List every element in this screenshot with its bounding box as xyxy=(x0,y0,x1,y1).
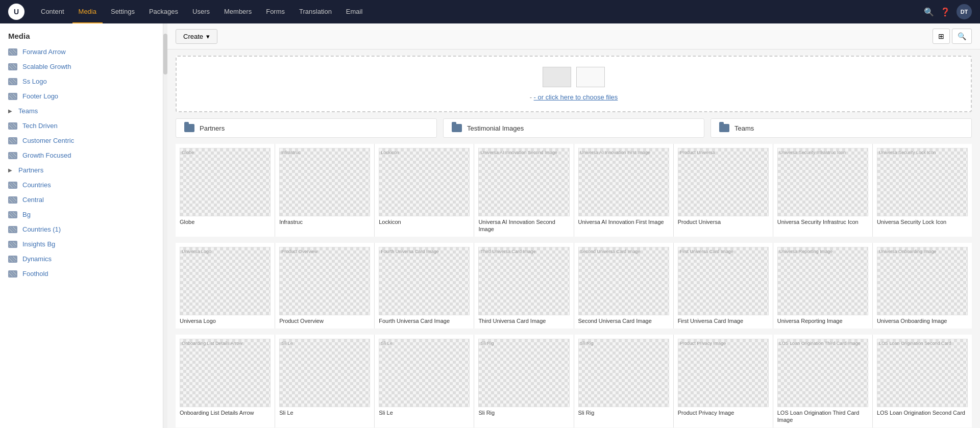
media-item[interactable]: Sli Rig Sli Rig xyxy=(574,335,673,427)
media-thumb-label: Sli Le xyxy=(381,341,393,346)
help-icon[interactable]: ❓ xyxy=(940,7,950,17)
media-item-label: Third Universa Card Image xyxy=(478,317,546,324)
media-thumb-label: Infrastruc xyxy=(281,150,301,155)
media-item-label: Universa Security Infrastruc Icon xyxy=(777,218,859,225)
media-thumbnail: LOS Loan Origination Second Card xyxy=(877,339,968,407)
search-button[interactable]: 🔍 xyxy=(952,29,972,44)
image-icon xyxy=(8,226,17,233)
folder-label: Partners xyxy=(200,124,225,132)
grid-view-button[interactable]: ⊞ xyxy=(933,29,950,44)
media-item[interactable]: Second Universa Card Image Second Univer… xyxy=(574,243,673,329)
media-thumb-label: Product Universa xyxy=(680,150,715,155)
upload-area[interactable]: - - or click here to choose files xyxy=(176,56,972,112)
folder-card-testimonial-images[interactable]: Testimonial Images xyxy=(443,118,704,138)
sidebar-item-label: Growth Focused xyxy=(22,152,71,159)
app-body: Media Forward Arrow Scalable Growth Ss L… xyxy=(0,23,980,428)
nav-item-translation[interactable]: Translation xyxy=(293,0,338,23)
main-toolbar: Create ▾ ⊞ 🔍 xyxy=(167,23,980,49)
nav-item-content[interactable]: Content xyxy=(35,0,70,23)
sidebar-item-growth-focused[interactable]: Growth Focused xyxy=(0,148,163,163)
sidebar-item-label: Bg xyxy=(22,211,31,218)
sidebar: Media Forward Arrow Scalable Growth Ss L… xyxy=(0,23,163,428)
media-item-label: Universa Onboarding Image xyxy=(877,317,947,324)
media-item-label: Infrastruc xyxy=(279,218,303,225)
media-thumb-label: Sli Le xyxy=(281,341,293,346)
sidebar-item-forward-arrow[interactable]: Forward Arrow xyxy=(0,44,163,59)
sidebar-item-countries-1-[interactable]: Countries (1) xyxy=(0,222,163,237)
media-item[interactable]: Fourth Universa Card Image Fourth Univer… xyxy=(375,243,474,329)
sidebar-item-label: Insights Bg xyxy=(22,240,55,248)
sidebar-item-ss-logo[interactable]: Ss Logo xyxy=(0,74,163,89)
media-item[interactable]: Product Universa Product Universa xyxy=(674,144,773,237)
media-item[interactable]: First Universa Card Image First Universa… xyxy=(674,243,773,329)
sidebar-item-bg[interactable]: Bg xyxy=(0,207,163,222)
media-thumb-label: Product Privacy Image xyxy=(680,341,726,346)
media-thumb-label: Fourth Universa Card Image xyxy=(381,249,439,254)
user-avatar[interactable]: DT xyxy=(957,4,972,19)
media-item[interactable]: Universa Security Lock Icon Universa Sec… xyxy=(873,144,972,237)
image-icon xyxy=(8,48,17,56)
scroll-thumb[interactable] xyxy=(163,34,167,74)
search-icon[interactable]: 🔍 xyxy=(924,7,934,17)
media-thumb-label: Sli Rig xyxy=(580,341,594,346)
media-thumb-label: Universa AI Innovation Second Image xyxy=(480,150,557,155)
upload-text[interactable]: - - or click here to choose files xyxy=(530,93,618,101)
scrollbar[interactable] xyxy=(163,23,167,428)
sidebar-item-scalable-growth[interactable]: Scalable Growth xyxy=(0,59,163,74)
media-item-label: Fourth Universa Card Image xyxy=(379,317,450,324)
media-item[interactable]: Universa Onboarding Image Universa Onboa… xyxy=(873,243,972,329)
media-item[interactable]: Onboarding List Details Arrow Onboarding… xyxy=(176,335,275,427)
sidebar-folder-teams[interactable]: ▶ Teams xyxy=(0,104,163,118)
media-item[interactable]: Globe Globe xyxy=(176,144,275,237)
folder-icon xyxy=(719,124,729,132)
upload-link[interactable]: - or click here to choose files xyxy=(534,93,618,101)
media-item[interactable]: Universa AI Innovation First Image Unive… xyxy=(574,144,673,237)
media-item[interactable]: Sli Le Sli Le xyxy=(375,335,474,427)
nav-item-members[interactable]: Members xyxy=(218,0,258,23)
media-item[interactable]: Universa Security Infrastruc Icon Univer… xyxy=(773,144,872,237)
folder-card-teams[interactable]: Teams xyxy=(710,118,972,138)
media-item[interactable]: Sli Rig Sli Rig xyxy=(474,335,573,427)
create-button[interactable]: Create ▾ xyxy=(176,29,217,44)
sidebar-item-label: Central xyxy=(22,196,44,204)
media-thumbnail: Universa Onboarding Image xyxy=(877,247,968,315)
media-item[interactable]: Product Overview Product Overview xyxy=(275,243,374,329)
media-item[interactable]: Universa AI Innovation Second Image Univ… xyxy=(474,144,573,237)
app-logo[interactable]: U xyxy=(8,4,24,20)
top-nav: U ContentMediaSettingsPackagesUsersMembe… xyxy=(0,0,980,23)
media-grid-row1: Globe Globe Infrastruc Infrastruc Lockic… xyxy=(176,144,972,237)
sidebar-item-insights-bg[interactable]: Insights Bg xyxy=(0,237,163,251)
sidebar-item-customer-centric[interactable]: Customer Centric xyxy=(0,133,163,148)
image-icon xyxy=(8,152,17,159)
media-item-label: Product Privacy Image xyxy=(678,409,734,416)
sidebar-item-central[interactable]: Central xyxy=(0,192,163,207)
media-item[interactable]: Third Universa Card Image Third Universa… xyxy=(474,243,573,329)
media-item[interactable]: Universa Reporting Image Universa Report… xyxy=(773,243,872,329)
media-item[interactable]: Sli Le Sli Le xyxy=(275,335,374,427)
image-icon xyxy=(8,63,17,70)
media-item[interactable]: LOS Loan Origination Second Card LOS Loa… xyxy=(873,335,972,427)
media-thumbnail: Product Privacy Image xyxy=(678,339,769,407)
media-thumbnail: Universa AI Innovation First Image xyxy=(578,148,669,216)
nav-item-settings[interactable]: Settings xyxy=(105,0,141,23)
nav-item-media[interactable]: Media xyxy=(72,0,103,23)
sidebar-item-tech-driven[interactable]: Tech Driven xyxy=(0,118,163,133)
media-item[interactable]: Lockicon Lockicon xyxy=(375,144,474,237)
media-item-label: LOS Loan Origination Second Card xyxy=(877,409,965,416)
sidebar-item-footer-logo[interactable]: Footer Logo xyxy=(0,89,163,104)
media-item[interactable]: Universa Logo Universa Logo xyxy=(176,243,275,329)
media-thumb-label: Universa Reporting Image xyxy=(779,249,833,254)
media-item[interactable]: Infrastruc Infrastruc xyxy=(275,144,374,237)
folder-card-partners[interactable]: Partners xyxy=(176,118,437,138)
sidebar-folder-partners[interactable]: ▶ Partners xyxy=(0,163,163,178)
sidebar-item-foothold[interactable]: Foothold xyxy=(0,266,163,281)
sidebar-item-label: Scalable Growth xyxy=(22,63,71,70)
media-item[interactable]: LOS Loan Origination Third Card Image LO… xyxy=(773,335,872,427)
nav-item-email[interactable]: Email xyxy=(340,0,369,23)
media-item[interactable]: Product Privacy Image Product Privacy Im… xyxy=(674,335,773,427)
sidebar-item-countries[interactable]: Countries xyxy=(0,178,163,192)
nav-item-packages[interactable]: Packages xyxy=(143,0,184,23)
nav-item-users[interactable]: Users xyxy=(186,0,216,23)
sidebar-item-dynamics[interactable]: Dynamics xyxy=(0,251,163,266)
nav-item-forms[interactable]: Forms xyxy=(260,0,291,23)
